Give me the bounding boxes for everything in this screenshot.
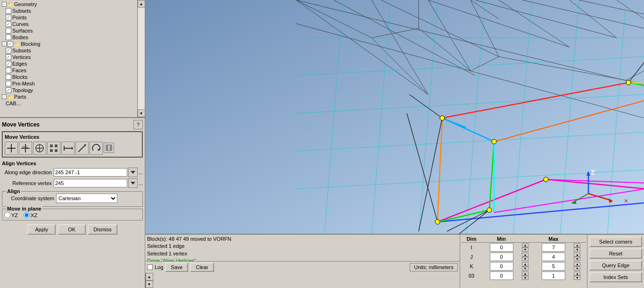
- tree-item-blocking[interactable]: - 📁 Blocking: [2, 41, 143, 47]
- log-checkbox[interactable]: [147, 264, 153, 270]
- dim-j-min[interactable]: [490, 253, 513, 261]
- dim-i-min-up[interactable]: ▲: [522, 243, 528, 247]
- tree-item-premesh[interactable]: Pre-Mesh: [6, 80, 143, 87]
- dim-j-max-up[interactable]: ▲: [574, 253, 580, 257]
- query-edge-button[interactable]: Query Edge: [589, 260, 642, 271]
- dim-03-min-down[interactable]: ▼: [522, 276, 528, 280]
- mv-tool-4[interactable]: [47, 142, 60, 155]
- checkbox-subsets1[interactable]: [6, 8, 11, 14]
- ref-vertex-input[interactable]: [54, 179, 127, 187]
- tree-item-subsets2[interactable]: Subsets: [6, 47, 143, 54]
- log-scrollbar[interactable]: ▲ ▼: [145, 273, 153, 288]
- scroll-down-btn[interactable]: ▼: [138, 110, 145, 117]
- checkbox-subsets2[interactable]: [6, 48, 11, 53]
- radio-xz-input[interactable]: [24, 212, 30, 218]
- along-edge-input[interactable]: [54, 168, 127, 177]
- along-edge-select-btn[interactable]: [128, 168, 138, 177]
- scroll-up-btn[interactable]: ▲: [138, 0, 145, 8]
- dim-03-max-ctrl: ▲ ▼: [574, 271, 585, 280]
- ok-button[interactable]: OK: [58, 224, 86, 235]
- dim-k-min-down[interactable]: ▼: [522, 266, 528, 271]
- dim-j-min-up[interactable]: ▲: [522, 253, 528, 257]
- tree-item-blocks[interactable]: Blocks: [6, 74, 143, 80]
- dim-03-max-down[interactable]: ▼: [574, 276, 580, 280]
- tree-item-topology[interactable]: Topology: [6, 87, 143, 93]
- dim-k-max-up[interactable]: ▲: [574, 262, 580, 266]
- checkbox-topology[interactable]: [6, 87, 11, 93]
- tree-item-points[interactable]: Points: [6, 14, 143, 21]
- dim-03-max-up[interactable]: ▲: [574, 271, 580, 276]
- mv-tool-7[interactable]: [90, 142, 103, 155]
- checkbox-blocks[interactable]: [6, 74, 11, 80]
- ref-vertex-select-btn[interactable]: [128, 178, 138, 188]
- log-scroll-up[interactable]: ▲: [146, 273, 153, 280]
- tree-item-surfaces[interactable]: Surfaces: [6, 27, 143, 34]
- tree-item-cab[interactable]: CAB...: [6, 100, 143, 107]
- dim-j-max[interactable]: [542, 253, 565, 261]
- mv-help-button[interactable]: ?: [133, 120, 143, 129]
- dim-j-min-down[interactable]: ▼: [522, 257, 528, 261]
- radio-yz-input[interactable]: [4, 212, 10, 218]
- apply-button[interactable]: Apply: [27, 224, 56, 235]
- clear-button[interactable]: Clear: [190, 263, 214, 272]
- log-scroll-down[interactable]: ▼: [146, 280, 153, 288]
- tree-item-parts[interactable]: - 📁 Parts: [2, 93, 143, 100]
- tree-item-faces[interactable]: Faces: [6, 67, 143, 74]
- mv-tool-1[interactable]: [5, 142, 18, 155]
- dim-i-max-down[interactable]: ▼: [574, 247, 580, 252]
- dismiss-button[interactable]: Dismiss: [88, 224, 117, 235]
- checkbox-bodies[interactable]: [6, 34, 11, 40]
- radio-yz[interactable]: YZ: [4, 212, 18, 218]
- checkbox-surfaces[interactable]: [6, 28, 11, 34]
- checkbox-vertices[interactable]: [6, 54, 11, 60]
- select-corners-button[interactable]: Select corners: [589, 237, 642, 247]
- checkbox-points[interactable]: [6, 15, 11, 20]
- dim-i-max[interactable]: [542, 243, 565, 252]
- save-button[interactable]: Save: [165, 263, 188, 272]
- dim-03-min-up[interactable]: ▲: [522, 271, 528, 276]
- mv-tool-8[interactable]: [104, 143, 114, 153]
- checkbox-premesh[interactable]: [6, 81, 11, 86]
- along-edge-dots[interactable]: ...: [139, 169, 143, 175]
- tree-item-vertices[interactable]: Vertices: [6, 54, 143, 60]
- tree-scrollbar[interactable]: ▲ ▼: [137, 0, 145, 117]
- expander-parts[interactable]: -: [2, 94, 7, 99]
- dim-i-min-down[interactable]: ▼: [522, 247, 528, 252]
- checkbox-blocking[interactable]: [8, 41, 13, 47]
- expander-blocking[interactable]: -: [2, 42, 7, 46]
- dim-k-min[interactable]: [490, 262, 513, 271]
- dim-i-max-up[interactable]: ▲: [574, 243, 580, 247]
- tree-item-bodies[interactable]: Bodies: [6, 34, 143, 41]
- scroll-track[interactable]: [138, 8, 145, 110]
- dim-k-max[interactable]: [542, 262, 565, 271]
- mv-tool-5[interactable]: [61, 142, 74, 155]
- checkbox-faces[interactable]: [6, 68, 11, 73]
- expander-geometry[interactable]: -: [2, 2, 7, 7]
- tree-item-edges[interactable]: Edges: [6, 60, 143, 67]
- move-in-plane-group: Move in plane YZ XZ: [2, 209, 143, 220]
- tree-item-curves[interactable]: Curves: [6, 21, 143, 27]
- checkbox-edges[interactable]: [6, 61, 11, 67]
- mv-tool-6[interactable]: [75, 142, 89, 155]
- index-sets-button[interactable]: Index Sets: [589, 272, 642, 282]
- align-group: Align Coordinate system Cartesian Cylind…: [2, 191, 143, 207]
- ref-vertex-dots[interactable]: ...: [139, 180, 143, 186]
- dim-j-max-down[interactable]: ▼: [574, 257, 580, 261]
- coord-system-row: Coordinate system Cartesian Cylindrical …: [4, 194, 140, 203]
- dim-row-k: K ▲ ▼ ▲ ▼: [461, 262, 586, 271]
- viewport-canvas[interactable]: Z ✕: [145, 0, 644, 236]
- checkbox-curves[interactable]: [6, 21, 11, 27]
- tree-item-geometry[interactable]: - 📁 Geometry: [2, 1, 143, 8]
- tree-item-subsets1[interactable]: Subsets: [6, 8, 143, 14]
- reset-button[interactable]: Reset: [589, 248, 642, 259]
- coord-system-select[interactable]: Cartesian Cylindrical Spherical: [56, 194, 117, 203]
- dim-k-min-up[interactable]: ▲: [522, 262, 528, 266]
- dim-i-min[interactable]: [490, 243, 513, 252]
- dim-03-min[interactable]: [490, 271, 513, 280]
- mv-tool-3[interactable]: [33, 142, 46, 155]
- dim-k-max-down[interactable]: ▼: [574, 266, 580, 271]
- svg-marker-22: [131, 182, 135, 185]
- mv-tool-2[interactable]: XYZ: [19, 142, 32, 155]
- dim-03-max[interactable]: [542, 271, 565, 280]
- radio-xz[interactable]: XZ: [24, 212, 37, 218]
